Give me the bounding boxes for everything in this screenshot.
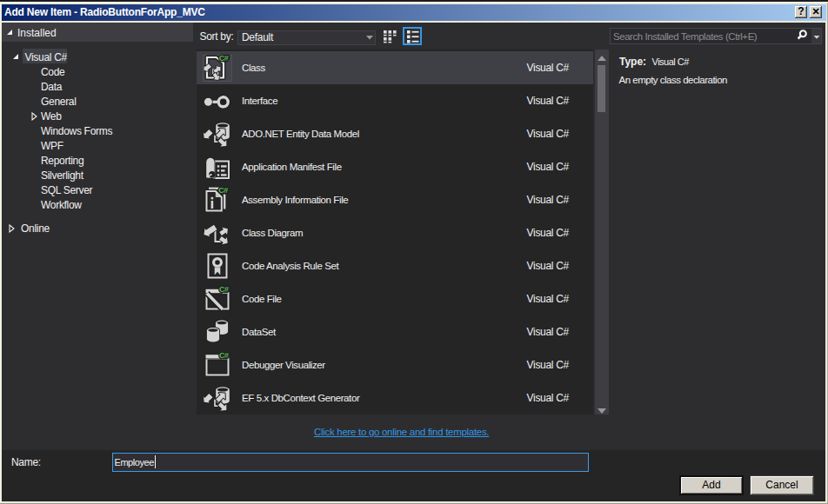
svg-text:C#: C# [219, 351, 229, 360]
svg-text:C#: C# [219, 285, 229, 294]
svg-text:C#: C# [218, 186, 228, 195]
svg-text:C#: C# [219, 54, 229, 63]
